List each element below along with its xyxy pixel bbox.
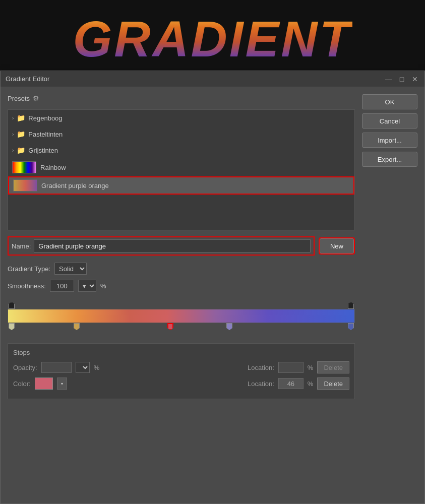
ok-button[interactable]: OK <box>362 94 417 109</box>
color-location-unit: % <box>308 380 314 388</box>
gradient-type-row: Gradient Type: Solid Noise <box>8 263 355 275</box>
color-row: Color: ▾ Location: % Delete <box>13 377 349 390</box>
color-delete-button[interactable]: Delete <box>317 377 349 390</box>
export-button[interactable]: Export... <box>362 152 417 167</box>
preset-item-gradient-purple-orange[interactable]: Gradient purple orange <box>8 176 354 195</box>
chevron-right-icon: › <box>12 148 14 153</box>
opacity-location-label: Location: <box>248 364 274 371</box>
opacity-input[interactable] <box>41 362 72 373</box>
stops-section: Stops Opacity: ▾ % Location: % Delete Co… <box>8 343 355 399</box>
opacity-stop-right[interactable] <box>348 302 354 309</box>
presets-list[interactable]: › 📁 Regenboog › 📁 Pasteltinten › 📁 Grijs… <box>8 109 355 230</box>
color-stop-3-selected[interactable] <box>167 323 173 330</box>
smoothness-dropdown[interactable]: ▾ <box>78 280 96 292</box>
smoothness-unit: % <box>100 282 106 290</box>
left-panel: Presets ⚙ › 📁 Regenboog › 📁 Pasteltinten <box>8 94 355 496</box>
opacity-stops-row <box>8 300 355 309</box>
folder-pasteltinten[interactable]: › 📁 Pasteltinten <box>8 126 354 142</box>
stops-title: Stops <box>13 349 349 356</box>
opacity-stop-left[interactable] <box>9 302 15 309</box>
dialog-content: Presets ⚙ › 📁 Regenboog › 📁 Pasteltinten <box>1 87 424 503</box>
opacity-label: Opacity: <box>13 364 37 371</box>
maximize-button[interactable]: □ <box>397 75 406 84</box>
titlebar-controls: — □ ✕ <box>384 75 419 84</box>
opacity-row: Opacity: ▾ % Location: % Delete <box>13 361 349 373</box>
folder-regenboog-label: Regenboog <box>28 114 62 122</box>
gradient-type-select[interactable]: Solid Noise <box>54 263 87 275</box>
name-label: Name: <box>12 242 31 250</box>
preset-item-rainbow[interactable]: Rainbow <box>8 158 354 176</box>
new-button[interactable]: New <box>320 238 354 254</box>
folder-grijstinten[interactable]: › 📁 Grijstinten <box>8 142 354 158</box>
chevron-right-icon: › <box>12 115 14 121</box>
opacity-dropdown[interactable]: ▾ <box>76 362 90 373</box>
opacity-location-input[interactable] <box>278 362 303 373</box>
smoothness-label: Smoothness: <box>8 282 46 290</box>
titlebar: Gradient Editor — □ ✕ <box>1 71 424 87</box>
color-label: Color: <box>13 380 31 388</box>
name-new-row: Name: New <box>8 236 355 256</box>
presets-label-text: Presets <box>8 95 30 102</box>
gradient-type-label: Gradient Type: <box>8 265 50 273</box>
gradient-purple-orange-swatch <box>13 179 37 192</box>
smoothness-row: Smoothness: ▾ % <box>8 280 355 292</box>
name-input[interactable] <box>34 239 311 253</box>
presets-header: Presets ⚙ <box>8 94 355 102</box>
minimize-button[interactable]: — <box>384 75 393 84</box>
folder-regenboog[interactable]: › 📁 Regenboog <box>8 110 354 126</box>
color-stop-5[interactable] <box>348 323 354 330</box>
color-location-input[interactable] <box>278 378 303 389</box>
color-stop-2[interactable] <box>74 323 80 330</box>
folder-icon: 📁 <box>17 130 25 138</box>
opacity-delete-button[interactable]: Delete <box>317 361 349 373</box>
color-stops-row <box>8 323 355 334</box>
smoothness-input[interactable] <box>50 280 74 292</box>
color-dropdown[interactable]: ▾ <box>57 377 67 390</box>
close-button[interactable]: ✕ <box>410 75 419 84</box>
gradient-bar[interactable] <box>8 309 355 323</box>
import-button[interactable]: Import... <box>362 133 417 148</box>
folder-pasteltinten-label: Pasteltinten <box>28 131 63 138</box>
name-field-box: Name: <box>8 236 315 256</box>
opacity-unit: % <box>94 364 100 371</box>
preset-gradient-purple-orange-label: Gradient purple orange <box>41 182 109 190</box>
folder-icon: 📁 <box>17 114 25 122</box>
banner: GRADIENT <box>0 0 425 78</box>
color-swatch[interactable] <box>35 377 53 390</box>
preset-rainbow-label: Rainbow <box>40 164 66 171</box>
gradient-bar-container <box>8 300 355 334</box>
opacity-location-unit: % <box>308 364 314 371</box>
cancel-button[interactable]: Cancel <box>362 113 417 129</box>
gradient-editor-dialog: Gradient Editor — □ ✕ Presets ⚙ › 📁 Rege… <box>0 71 425 504</box>
gear-icon[interactable]: ⚙ <box>33 94 39 102</box>
banner-title: GRADIENT <box>73 10 352 68</box>
folder-icon: 📁 <box>17 146 25 154</box>
rainbow-swatch <box>12 161 36 173</box>
right-panel: OK Cancel Import... Export... <box>362 94 417 496</box>
color-stop-4[interactable] <box>226 323 232 330</box>
new-button-wrapper: New <box>319 237 355 255</box>
folder-grijstinten-label: Grijstinten <box>28 147 58 154</box>
color-location-label: Location: <box>248 380 274 388</box>
chevron-right-icon: › <box>12 132 14 137</box>
color-stop-1[interactable] <box>9 323 15 330</box>
dialog-title: Gradient Editor <box>6 75 384 83</box>
